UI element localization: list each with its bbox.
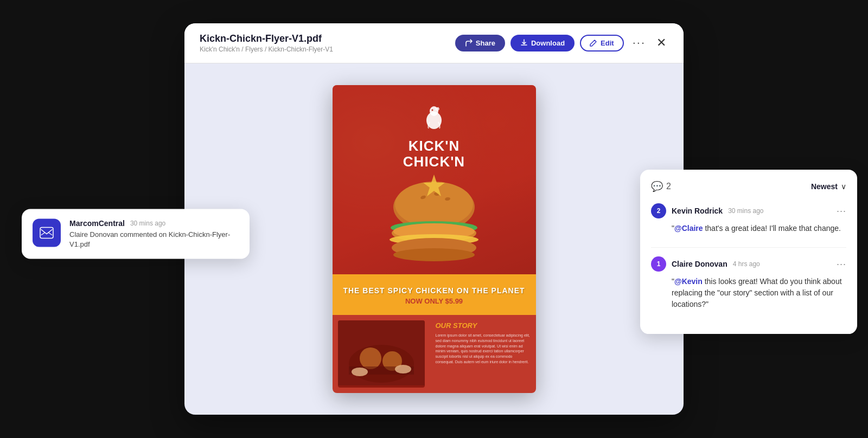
comment-item: 1 Claire Donovan 4 hrs ago ··· "@Kevin t…: [651, 256, 846, 310]
share-icon: [465, 39, 473, 47]
comments-header: 💬 2 Newest ∨: [651, 181, 846, 192]
flyer-preview: KICK'N CHICK'N: [333, 85, 536, 393]
comment-time: 4 hrs ago: [733, 260, 760, 268]
chicken-icon: [418, 101, 450, 134]
marcomcentral-icon: [39, 226, 54, 241]
svg-point-18: [360, 347, 381, 369]
comments-panel: 💬 2 Newest ∨ 2 Kevin Rodrick 30 mins ago…: [640, 170, 857, 334]
comment-count-area: 💬 2: [651, 181, 671, 192]
edit-button[interactable]: Edit: [580, 35, 624, 51]
flyer-tagline: THE BEST SPICY CHICKEN ON THE PLANET: [341, 286, 527, 295]
comment-text: "@Kevin this looks great! What do you th…: [651, 276, 846, 310]
comment-author: Kevin Rodrick: [672, 207, 723, 215]
flyer-top-section: KICK'N CHICK'N: [333, 85, 536, 274]
main-modal: Kickn-Chickn-Flyer-V1.pdf Kick'n Chick'n…: [184, 23, 684, 415]
notification-content: MarcomCentral 30 mins ago Claire Donovan…: [69, 219, 239, 249]
comment-count: 2: [666, 182, 671, 191]
sort-dropdown[interactable]: Newest ∨: [811, 182, 846, 191]
comment-header: 1 Claire Donovan 4 hrs ago ···: [651, 256, 846, 272]
svg-point-14: [393, 248, 475, 261]
burger-svg: [374, 175, 494, 272]
comment-mention: @Kevin: [674, 277, 703, 286]
modal-actions: Share Download Edit ··· ✕: [455, 35, 668, 51]
flyer-yellow-section: THE BEST SPICY CHICKEN ON THE PLANET NOW…: [333, 274, 536, 315]
svg-point-17: [349, 345, 414, 383]
comment-time: 30 mins ago: [728, 207, 763, 215]
comment-text: "@Claire that's a great idea! I'll make …: [651, 223, 846, 234]
edit-icon: [590, 39, 597, 47]
flyer-bottom-image: [338, 320, 425, 388]
notification-message: Claire Donovan commented on Kickn-Chickn…: [69, 230, 239, 249]
avatar: 1: [651, 256, 666, 272]
modal-title-area: Kickn-Chickn-Flyer-V1.pdf Kick'n Chick'n…: [200, 33, 455, 53]
svg-rect-23: [40, 228, 53, 239]
flyer-price: NOW ONLY $5.99: [341, 297, 527, 305]
modal-body: ‹: [184, 63, 684, 415]
svg-point-22: [395, 365, 411, 373]
flyer-bottom-section: OUR STORY Lorem ipsum dolor sit amet, co…: [333, 315, 536, 393]
our-story-body: Lorem ipsum dolor sit amet, consectetuar…: [436, 333, 531, 365]
notification-app-icon: [33, 219, 61, 247]
close-button[interactable]: ✕: [654, 36, 668, 50]
comment-header: 2 Kevin Rodrick 30 mins ago ···: [651, 203, 846, 218]
notification-header: MarcomCentral 30 mins ago: [69, 219, 239, 228]
sort-label: Newest: [811, 182, 838, 191]
avatar: 2: [651, 203, 666, 218]
svg-point-3: [431, 109, 433, 111]
modal-breadcrumb: Kick'n Chick'n / Flyers / Kickn-Chickn-F…: [200, 46, 455, 53]
download-button[interactable]: Download: [510, 35, 575, 51]
our-story-title: OUR STORY: [436, 321, 531, 330]
burger-image: [374, 175, 494, 274]
modal-header: Kickn-Chickn-Flyer-V1.pdf Kick'n Chick'n…: [184, 23, 684, 63]
modal-title: Kickn-Chickn-Flyer-V1.pdf: [200, 33, 455, 44]
comment-author: Claire Donovan: [672, 260, 727, 268]
chevron-down-icon: ∨: [841, 182, 846, 191]
comment-more-button[interactable]: ···: [837, 259, 846, 270]
comment-item: 2 Kevin Rodrick 30 mins ago ··· "@Claire…: [651, 203, 846, 234]
comment-bubble-icon: 💬: [651, 181, 663, 192]
comment-divider: [651, 247, 846, 248]
svg-point-21: [352, 368, 368, 376]
download-icon: [520, 39, 528, 47]
comment-more-button[interactable]: ···: [837, 205, 846, 217]
flyer-logo: KICK'N CHICK'N: [403, 101, 465, 169]
share-button[interactable]: Share: [455, 35, 505, 51]
food-image-svg: [338, 320, 425, 385]
more-options-button[interactable]: ···: [629, 36, 649, 50]
notification-time: 30 mins ago: [130, 220, 165, 227]
comment-mention: @Claire: [674, 224, 703, 233]
flyer-bottom-text: OUR STORY Lorem ipsum dolor sit amet, co…: [430, 315, 536, 393]
notification-app-name: MarcomCentral: [69, 219, 125, 228]
brand-name: KICK'N CHICK'N: [403, 138, 465, 169]
notification-card: MarcomCentral 30 mins ago Claire Donovan…: [22, 209, 250, 259]
